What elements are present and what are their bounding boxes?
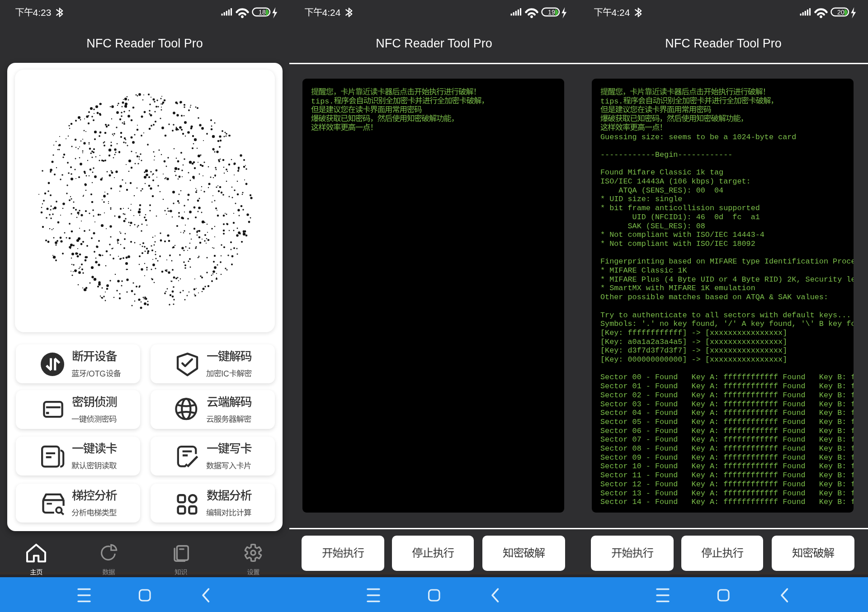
svg-text:Try to authenticate to all sec: Try to authenticate to all sectors with … — [600, 311, 851, 320]
svg-text:NFC Reader Tool Pro: NFC Reader Tool Pro — [665, 37, 782, 50]
svg-text:Sector 07 - Found Key A: fff: Sector 07 - Found Key A: ffffffffffff Fo… — [600, 435, 868, 444]
svg-text:19: 19 — [548, 9, 555, 16]
svg-text:[Key: 000000000000] -> [xxxxxx: [Key: 000000000000] -> [xxxxxxxxxxxxxxxx… — [600, 355, 787, 364]
svg-text:------------Begin------------: ------------Begin------------ — [600, 151, 732, 159]
svg-text:tips.: tips. — [600, 97, 623, 106]
svg-text:Sector 10 - Found Key A: fff: Sector 10 - Found Key A: ffffffffffff Fo… — [600, 462, 868, 471]
svg-text:Sector 05 - Found Key A: fff: Sector 05 - Found Key A: ffffffffffff Fo… — [600, 418, 868, 426]
svg-text:UID (NFCID1): 46 0d fc a1: UID (NFCID1): 46 0d fc a1 — [600, 213, 760, 221]
svg-text:* UID size: single: * UID size: single — [600, 195, 682, 203]
svg-text:* Not compliant with ISO/IEC 1: * Not compliant with ISO/IEC 18092 — [600, 240, 755, 248]
svg-text:Other possible matches based o: Other possible matches based on ATQA & S… — [600, 293, 828, 301]
svg-text:Sector 00 - Found Key A: fff: Sector 00 - Found Key A: ffffffffffff Fo… — [600, 373, 868, 381]
svg-text:* MIFARE Plus (4 Byte UID or 4: * MIFARE Plus (4 Byte UID or 4 Byte RID)… — [600, 275, 868, 284]
svg-text:Sector 13 - Found Key A: fff: Sector 13 - Found Key A: ffffffffffff Fo… — [600, 489, 868, 498]
svg-text:SAK (SEL_RES): 08: SAK (SEL_RES): 08 — [600, 222, 705, 231]
svg-text:Sector 03 - Found Key A: fff: Sector 03 - Found Key A: ffffffffffff Fo… — [600, 400, 868, 409]
svg-text:NFC Reader Tool Pro: NFC Reader Tool Pro — [376, 37, 492, 50]
svg-text:Sector 14 - Found Key A: fff: Sector 14 - Found Key A: ffffffffffff Fo… — [600, 498, 868, 506]
svg-text:* MIFARE Classic 1K: * MIFARE Classic 1K — [600, 266, 687, 275]
svg-text:Sector 01 - Found Key A: fff: Sector 01 - Found Key A: ffffffffffff Fo… — [600, 382, 868, 391]
svg-text:Sector 08 - Found Key A: fff: Sector 08 - Found Key A: ffffffffffff Fo… — [600, 444, 868, 453]
svg-text:Sector 12 - Found Key A: fff: Sector 12 - Found Key A: ffffffffffff Fo… — [600, 480, 868, 489]
svg-text:[Key: ffffffffffff] -> [xxxxxx: [Key: ffffffffffff] -> [xxxxxxxxxxxxxxxx… — [600, 329, 787, 337]
svg-text:Found Mifare Classic 1k tag: Found Mifare Classic 1k tag — [600, 168, 723, 177]
svg-text:Sector 02 - Found Key A: fff: Sector 02 - Found Key A: ffffffffffff Fo… — [600, 391, 868, 400]
svg-text:Sector 11 - Found Key A: fff: Sector 11 - Found Key A: ffffffffffff Fo… — [600, 471, 868, 480]
svg-text:4:24: 4:24 — [612, 7, 630, 18]
svg-text:* SmartMX with MIFARE 1K emula: * SmartMX with MIFARE 1K emulation — [600, 284, 755, 292]
svg-text:Guessing size: seems to be a 1: Guessing size: seems to be a 1024-byte c… — [600, 133, 796, 141]
svg-text:4:24: 4:24 — [322, 7, 341, 18]
svg-text:Sector 09 - Found Key A: fff: Sector 09 - Found Key A: ffffffffffff Fo… — [600, 453, 868, 462]
svg-text:* bit frame anticollision supp: * bit frame anticollision supported — [600, 204, 760, 212]
svg-text:ISO/IEC 14443A (106 kbps) targ: ISO/IEC 14443A (106 kbps) target: — [600, 177, 751, 186]
svg-text:Symbols: '.' no key found, '/': Symbols: '.' no key found, '/' A key fou… — [600, 320, 868, 328]
svg-text:20: 20 — [837, 9, 844, 16]
svg-text:Sector 04 - Found Key A: fff: Sector 04 - Found Key A: ffffffffffff Fo… — [600, 409, 868, 417]
svg-text:Sector 06 - Found Key A: fff: Sector 06 - Found Key A: ffffffffffff Fo… — [600, 427, 868, 435]
svg-text:tips.: tips. — [311, 97, 334, 106]
svg-text:[Key: d3f7d3f7d3f7] -> [xxxxxx: [Key: d3f7d3f7d3f7] -> [xxxxxxxxxxxxxxxx… — [600, 346, 787, 355]
svg-text:ATQA (SENS_RES): 00 04: ATQA (SENS_RES): 00 04 — [600, 186, 723, 195]
svg-text:[Key: a0a1a2a3a4a5] -> [xxxxxx: [Key: a0a1a2a3a4a5] -> [xxxxxxxxxxxxxxxx… — [600, 338, 787, 346]
svg-text:* Not compliant with ISO/IEC 1: * Not compliant with ISO/IEC 14443-4 — [600, 231, 764, 239]
svg-text:Fingerprinting based on MIFARE: Fingerprinting based on MIFARE type Iden… — [600, 257, 868, 266]
